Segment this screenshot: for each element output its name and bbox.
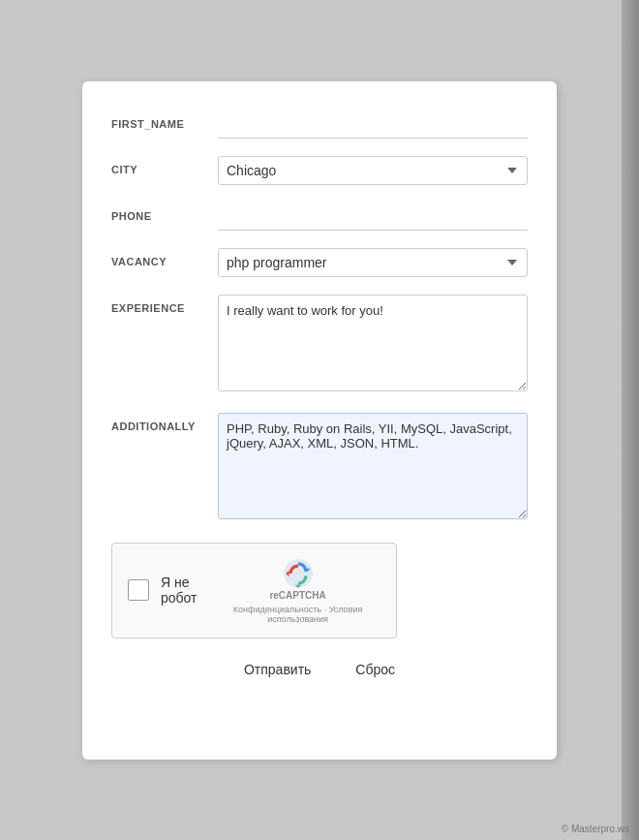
captcha-privacy: Конфиденциальность · Условия использован… xyxy=(215,605,380,624)
additionally-textarea[interactable]: PHP, Ruby, Ruby on Rails, YII, MySQL, Ja… xyxy=(218,413,528,519)
phone-row: PHONE xyxy=(111,202,528,231)
experience-textarea[interactable]: I really want to work for you! xyxy=(218,295,528,391)
additionally-label: ADDITIONALLY xyxy=(111,413,218,432)
captcha-brand: reCAPTCHA xyxy=(269,590,325,601)
first-name-wrap xyxy=(218,110,528,139)
phone-wrap xyxy=(218,202,528,231)
city-wrap: Chicago New York Los Angeles Houston xyxy=(218,156,528,185)
vacancy-label: VACANCY xyxy=(111,248,218,267)
city-select[interactable]: Chicago New York Los Angeles Houston xyxy=(218,156,528,185)
city-label: CITY xyxy=(111,156,218,175)
captcha-left: Я не робот xyxy=(128,575,215,606)
first-name-label: FIRST_NAME xyxy=(111,110,218,130)
city-row: CITY Chicago New York Los Angeles Housto… xyxy=(111,156,528,185)
captcha-checkbox[interactable] xyxy=(128,579,149,601)
experience-row: EXPERIENCE I really want to work for you… xyxy=(111,295,528,395)
watermark: © Masterpro.ws xyxy=(562,824,629,834)
reset-button[interactable]: Сброс xyxy=(348,658,403,681)
phone-input[interactable] xyxy=(218,202,528,231)
captcha-label: Я не робот xyxy=(161,575,215,606)
phone-label: PHONE xyxy=(111,202,218,222)
vacancy-select[interactable]: php programmer frontend developer backen… xyxy=(218,248,528,277)
vacancy-row: VACANCY php programmer frontend develope… xyxy=(111,248,528,277)
additionally-row: ADDITIONALLY PHP, Ruby, Ruby on Rails, Y… xyxy=(111,413,528,523)
experience-wrap: I really want to work for you! xyxy=(218,295,528,395)
recaptcha-icon xyxy=(282,557,315,590)
submit-button[interactable]: Отправить xyxy=(236,658,319,681)
first-name-row: FIRST_NAME xyxy=(111,110,528,139)
button-row: Отправить Сброс xyxy=(111,658,528,681)
first-name-input[interactable] xyxy=(218,110,528,139)
captcha-logo: reCAPTCHA Конфиденциальность · Условия и… xyxy=(215,557,380,624)
vacancy-wrap: php programmer frontend developer backen… xyxy=(218,248,528,277)
additionally-wrap: PHP, Ruby, Ruby on Rails, YII, MySQL, Ja… xyxy=(218,413,528,523)
captcha-box: Я не робот reCAPTCHA Конфиденциальность … xyxy=(111,543,397,638)
experience-label: EXPERIENCE xyxy=(111,295,218,314)
